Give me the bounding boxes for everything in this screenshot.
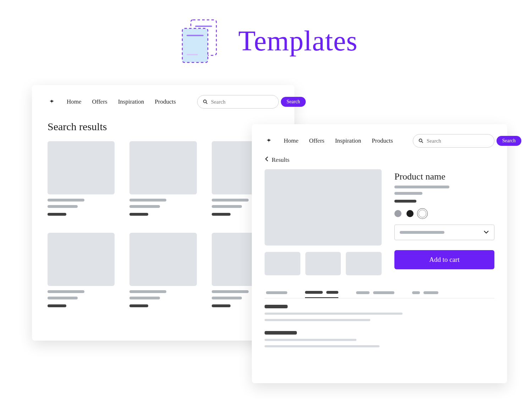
search-box: Search: [197, 95, 279, 109]
card-price-line: [212, 213, 231, 216]
nav-links: Home Offers Inspiration Products: [284, 137, 393, 144]
search-box: Search: [413, 134, 494, 148]
card-line: [48, 205, 78, 208]
product-meta-line: [394, 192, 422, 195]
select-placeholder: [400, 231, 444, 234]
card-thumb: [129, 141, 196, 194]
nav-inspiration[interactable]: Inspiration: [118, 98, 144, 105]
navbar: Home Offers Inspiration Products Search: [48, 95, 279, 109]
swatch-white[interactable]: [419, 210, 426, 217]
section-heading: [265, 331, 297, 335]
card-line: [48, 199, 84, 202]
color-swatches: [394, 210, 494, 217]
text-line: [265, 339, 356, 341]
result-card[interactable]: [129, 233, 196, 307]
search-input[interactable]: [426, 138, 494, 144]
tab-item[interactable]: [356, 287, 394, 298]
nav-inspiration[interactable]: Inspiration: [335, 137, 361, 144]
svg-line-6: [206, 103, 207, 104]
card-thumb: [129, 233, 196, 286]
card-line: [48, 290, 84, 293]
search-icon: [203, 99, 208, 105]
detail-tabs: [265, 287, 494, 298]
back-label: Results: [272, 156, 289, 164]
tab-content: [265, 305, 494, 347]
svg-line-8: [422, 142, 423, 143]
nav-products[interactable]: Products: [155, 98, 176, 105]
product-thumbs: [265, 252, 382, 275]
section-heading: [265, 305, 288, 308]
navbar: Home Offers Inspiration Products Search: [265, 134, 494, 148]
card-price-line: [129, 304, 148, 307]
text-line: [265, 345, 379, 347]
swatch-black[interactable]: [406, 210, 414, 217]
product-price-line: [394, 200, 416, 203]
tab-item[interactable]: [412, 287, 438, 298]
card-line: [212, 290, 249, 293]
result-card[interactable]: [48, 233, 115, 307]
nav-offers[interactable]: Offers: [92, 98, 107, 105]
product-main-image: [265, 169, 382, 246]
nav-home[interactable]: Home: [67, 98, 82, 105]
result-card[interactable]: [129, 141, 196, 216]
card-price-line: [212, 304, 231, 307]
svg-point-5: [204, 100, 206, 103]
card-line: [48, 297, 78, 299]
text-line: [265, 319, 370, 321]
card-line: [212, 205, 242, 208]
page-title: Search results: [48, 121, 279, 133]
svg-rect-1: [182, 28, 208, 62]
search-button[interactable]: Search: [281, 97, 306, 107]
text-line: [265, 313, 403, 315]
nav-links: Home Offers Inspiration Products: [67, 98, 176, 105]
swatch-grey[interactable]: [394, 210, 401, 217]
add-to-cart-button[interactable]: Add to cart: [394, 250, 494, 269]
card-line: [129, 205, 160, 208]
card-line: [212, 297, 242, 299]
results-grid: [48, 141, 279, 307]
svg-point-7: [419, 139, 422, 142]
card-price-line: [48, 304, 66, 307]
card-price-line: [129, 213, 148, 216]
chevron-left-icon: [265, 156, 269, 164]
nav-offers[interactable]: Offers: [309, 137, 325, 144]
card-line: [129, 290, 166, 293]
result-card[interactable]: [48, 141, 115, 216]
card-line: [129, 199, 166, 202]
product-thumb[interactable]: [346, 252, 382, 275]
product-name: Product name: [394, 171, 494, 182]
logo-icon: [265, 137, 273, 145]
card-line: [212, 199, 249, 202]
hero-title: Templates: [238, 25, 358, 57]
card-price-line: [48, 213, 66, 216]
search-icon: [418, 138, 424, 144]
search-button[interactable]: Search: [497, 136, 521, 146]
tab-item[interactable]: [305, 287, 338, 298]
tab-item[interactable]: [266, 287, 287, 298]
logo-icon: [48, 98, 56, 106]
chevron-down-icon: [483, 229, 489, 236]
nav-products[interactable]: Products: [372, 137, 393, 144]
card-line: [129, 297, 160, 299]
search-input[interactable]: [210, 99, 279, 105]
nav-home[interactable]: Home: [284, 137, 299, 144]
product-detail-template: Home Offers Inspiration Products Search …: [252, 124, 507, 383]
product-meta-line: [394, 186, 449, 188]
back-to-results[interactable]: Results: [265, 156, 289, 164]
card-thumb: [48, 233, 115, 286]
card-thumb: [48, 141, 115, 194]
variant-select[interactable]: [394, 225, 494, 240]
templates-icon: [174, 18, 224, 64]
product-thumb[interactable]: [305, 252, 341, 275]
product-thumb[interactable]: [265, 252, 300, 275]
hero: Templates: [0, 18, 532, 64]
